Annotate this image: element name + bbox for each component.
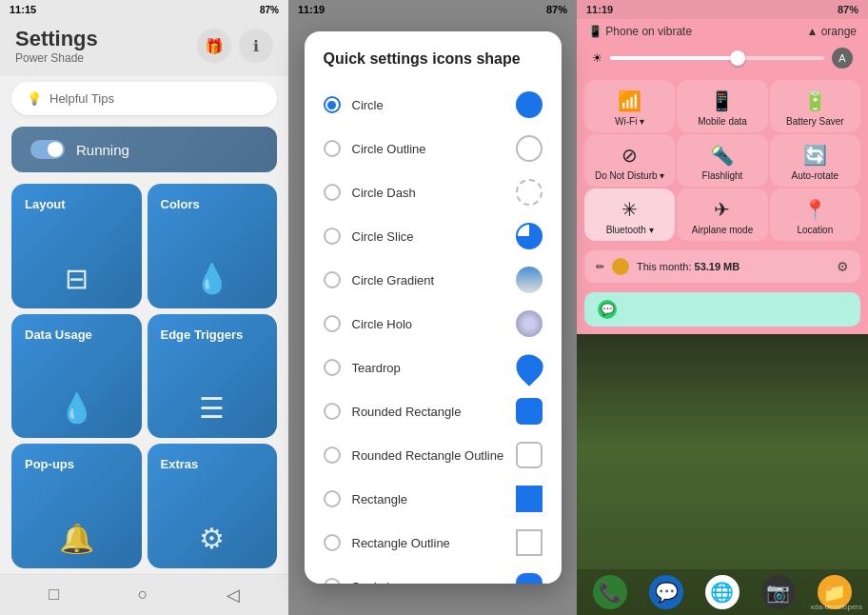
menu-tile-edge-triggers[interactable]: Edge Triggers ☰ <box>148 314 278 439</box>
menu-tile-popups[interactable]: Pop-ups 🔔 <box>11 444 142 568</box>
edge-triggers-label: Edge Triggers <box>161 327 244 342</box>
qs-tile-dnd[interactable]: ⊘ Do Not Disturb ▾ <box>584 134 675 187</box>
dialog-panel: 11:19 87% Quick settings icons shape Cir… <box>288 0 577 615</box>
settings-gear-icon[interactable]: ⚙ <box>837 259 849 274</box>
phone-dock-icon[interactable]: 📞 <box>593 575 627 609</box>
shape-option-circle-holo[interactable]: Circle Holo <box>305 302 562 346</box>
shape-label-teardrop: Teardrop <box>352 361 504 375</box>
extras-label: Extras <box>161 457 199 471</box>
nav-back-1[interactable]: ◁ <box>227 585 240 605</box>
qs-tile-bluetooth[interactable]: ✳ Bluetooth ▾ <box>584 188 675 241</box>
radio-circle-outline <box>324 140 341 157</box>
mobile-data-icon: 📱 <box>710 89 734 112</box>
running-toggle[interactable] <box>30 140 65 159</box>
radio-rounded-rect <box>324 403 341 420</box>
menu-tile-layout[interactable]: Layout ⊟ <box>11 184 142 308</box>
qs-tile-mobile-data[interactable]: 📱 Mobile data <box>677 80 767 132</box>
running-bar[interactable]: Running <box>11 127 277 172</box>
battery-3: 87% <box>838 4 858 15</box>
whatsapp-notification[interactable]: 💬 <box>584 292 860 327</box>
shape-option-circle-outline[interactable]: Circle Outline <box>305 127 562 170</box>
radio-circle-dash <box>324 184 341 201</box>
chrome-dock-icon[interactable]: 🌐 <box>705 575 740 609</box>
shape-option-rounded-rect[interactable]: Rounded Rectangle <box>305 389 562 433</box>
brightness-fill <box>610 56 739 60</box>
data-usage-row: ✏ This month: 53.19 MB ⚙ <box>584 250 860 283</box>
shape-option-rounded-rect-outline[interactable]: Rounded Rectangle Outline <box>305 433 562 477</box>
notif-top-row: 📳 Phone on vibrate ▲ orange <box>577 19 868 44</box>
wifi-icon: 📶 <box>618 89 641 112</box>
shape-option-circle-dash[interactable]: Circle Dash <box>305 170 562 214</box>
pencil-icon: ✏ <box>596 261 604 273</box>
vibrate-label: 📳 Phone on vibrate <box>588 25 692 38</box>
qs-tile-flashlight[interactable]: 🔦 Flashlight <box>677 134 767 187</box>
colors-icon: 💧 <box>194 262 229 295</box>
shape-option-circle[interactable]: Circle <box>305 83 562 127</box>
shape-option-circle-gradient[interactable]: Circle Gradient <box>305 258 562 302</box>
menu-tile-extras[interactable]: Extras ⚙ <box>148 444 278 568</box>
battery-saver-label: Battery Saver <box>786 116 844 127</box>
camera-dock-icon[interactable]: 📷 <box>761 575 796 609</box>
settings-title-block: Settings Power Shade <box>15 27 98 65</box>
shape-label-squircle: Squircle <box>352 580 504 585</box>
flashlight-icon: 🔦 <box>710 144 734 167</box>
popups-label: Pop-ups <box>25 457 74 471</box>
shape-option-circle-slice[interactable]: Circle Slice <box>305 214 562 258</box>
brightness-track[interactable] <box>610 56 824 60</box>
qs-tile-location[interactable]: 📍 Location <box>770 188 860 241</box>
nav-bar-1: □ ○ ◁ <box>0 574 288 615</box>
mobile-data-label: Mobile data <box>698 116 747 127</box>
qs-tile-airplane[interactable]: ✈ Airplane mode <box>677 188 767 241</box>
radio-circle-slice <box>324 228 341 245</box>
carrier-label: ▲ orange <box>806 25 857 38</box>
time-3: 11:19 <box>586 4 613 15</box>
whatsapp-icon: 💬 <box>598 300 617 319</box>
status-bar-3: 11:19 87% <box>577 0 868 19</box>
shape-label: Circle <box>352 98 504 112</box>
dnd-icon: ⊘ <box>621 144 638 167</box>
shape-preview-rectangle <box>516 486 542 512</box>
watermark-text: xda-developers <box>810 603 862 611</box>
shape-preview-teardrop <box>510 348 548 387</box>
data-usage-label: Data Usage <box>25 327 92 342</box>
status-icons-1: 87% <box>260 5 279 15</box>
airplane-label: Airplane mode <box>692 225 753 235</box>
running-label: Running <box>76 142 129 158</box>
nav-circle-1[interactable]: ○ <box>137 585 148 605</box>
shape-option-squircle[interactable]: Squircle <box>305 565 562 584</box>
brightness-icon: ☀ <box>592 51 602 65</box>
qs-tile-wifi[interactable]: 📶 Wi-Fi ▾ <box>584 80 675 132</box>
dialog-title: Quick settings icons shape <box>305 50 562 83</box>
layout-icon: ⊟ <box>65 262 89 295</box>
shape-label-gradient: Circle Gradient <box>352 273 504 288</box>
shape-label-slice: Circle Slice <box>352 229 504 244</box>
location-label: Location <box>797 225 833 235</box>
shape-option-rectangle[interactable]: Rectangle <box>305 477 562 521</box>
helpful-tips-button[interactable]: 💡 Helpful Tips <box>11 82 277 115</box>
battery-1: 87% <box>260 5 279 15</box>
qs-tile-autorotate[interactable]: 🔄 Auto-rotate <box>770 134 860 187</box>
dialog-card: Quick settings icons shape Circle Circle… <box>305 31 562 584</box>
info-icon[interactable]: ℹ <box>239 29 273 63</box>
autorotate-icon: 🔄 <box>803 144 827 167</box>
dialog-overlay: Quick settings icons shape Circle Circle… <box>288 0 577 615</box>
dnd-label: Do Not Disturb ▾ <box>595 170 664 181</box>
shape-option-teardrop[interactable]: Teardrop <box>305 346 562 389</box>
qs-tile-battery-saver[interactable]: 🔋 Battery Saver <box>770 80 860 132</box>
shape-preview-circle-slice <box>516 223 542 249</box>
bluetooth-icon: ✳ <box>621 198 638 221</box>
shape-option-rectangle-outline[interactable]: Rectangle Outline <box>305 521 562 565</box>
gift-icon[interactable]: 🎁 <box>197 29 231 63</box>
nav-square-1[interactable]: □ <box>49 585 59 605</box>
shape-preview-squircle <box>516 573 542 584</box>
settings-header: Settings Power Shade 🎁 ℹ <box>0 19 288 76</box>
helpful-tips-label: Helpful Tips <box>49 91 114 106</box>
messages-dock-icon[interactable]: 💬 <box>649 575 683 609</box>
menu-tile-data-usage[interactable]: Data Usage 💧 <box>11 314 142 439</box>
shape-preview-circle-gradient <box>516 267 542 293</box>
radio-squircle <box>324 578 341 584</box>
settings-header-icons: 🎁 ℹ <box>197 29 273 63</box>
shape-label-rounded-rect-outline: Rounded Rectangle Outline <box>352 448 504 463</box>
autorotate-label: Auto-rotate <box>792 170 838 181</box>
menu-tile-colors[interactable]: Colors 💧 <box>148 184 278 308</box>
